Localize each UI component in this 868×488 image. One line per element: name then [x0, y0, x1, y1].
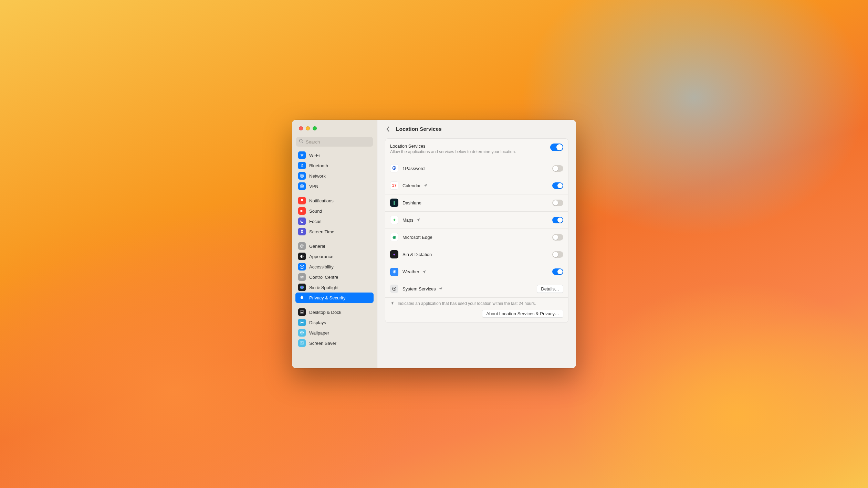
location-services-card: Location Services Allow the applications…	[385, 138, 568, 323]
svg-point-22	[302, 331, 303, 332]
sidebar: Wi-FiBluetoothNetworkVPNNotificationsSou…	[292, 120, 377, 368]
app-row-maps: ⌖Maps	[385, 212, 568, 229]
svg-point-28	[301, 333, 302, 335]
calendar-icon: 17	[390, 181, 398, 190]
sidebar-label: Bluetooth	[309, 163, 328, 168]
svg-line-17	[301, 321, 301, 321]
speaker-icon	[298, 207, 306, 215]
svg-point-26	[301, 331, 302, 332]
dashlane-toggle[interactable]	[552, 200, 563, 206]
close-button[interactable]	[299, 126, 303, 130]
svg-point-4	[302, 265, 302, 266]
sidebar-item-vpn[interactable]: VPN	[295, 181, 374, 191]
system-services-icon	[390, 285, 398, 293]
sidebar-label: Accessibility	[309, 264, 334, 269]
search-field[interactable]	[296, 137, 373, 147]
microsoft-edge-toggle[interactable]	[552, 234, 563, 241]
location-services-toggle[interactable]	[550, 144, 563, 151]
sidebar-item-accessibility[interactable]: Accessibility	[295, 262, 374, 272]
system-settings-window: Wi-FiBluetoothNetworkVPNNotificationsSou…	[292, 120, 576, 368]
screensaver-icon	[298, 339, 306, 347]
sidebar-label: Focus	[309, 219, 321, 224]
svg-point-24	[300, 332, 301, 333]
location-arrow-icon	[390, 301, 394, 306]
sidebar-item-desktop-dock[interactable]: Desktop & Dock	[295, 307, 374, 317]
app-name-label: Calendar	[402, 183, 421, 188]
accessibility-icon	[298, 263, 306, 270]
master-toggle-description: Allow the applications and services belo…	[390, 149, 546, 155]
window-controls	[292, 120, 377, 137]
location-arrow-icon	[439, 287, 443, 291]
sidebar-item-wallpaper[interactable]: Wallpaper	[295, 328, 374, 338]
sidebar-label: Wi-Fi	[309, 153, 320, 158]
sun-icon	[298, 319, 306, 326]
app-row-1password: ⦿1Password	[385, 160, 568, 177]
legend-text: Indicates an application that has used y…	[398, 301, 536, 306]
sidebar-label: Sound	[309, 209, 322, 214]
search-input[interactable]	[306, 139, 370, 145]
svg-point-7	[301, 276, 302, 277]
gear-icon	[298, 242, 306, 250]
1password-toggle[interactable]	[552, 165, 563, 172]
card-footer: Indicates an application that has used y…	[385, 298, 568, 322]
sidebar-item-displays[interactable]: Displays	[295, 317, 374, 328]
flower-icon	[298, 329, 306, 337]
app-name-label: Dashlane	[402, 200, 421, 205]
back-button[interactable]	[385, 126, 391, 132]
minimize-button[interactable]	[306, 126, 310, 130]
sidebar-label: Appearance	[309, 254, 333, 259]
app-row-weather: ☀Weather	[385, 263, 568, 280]
svg-line-20	[301, 323, 301, 324]
details-button[interactable]: Details…	[537, 285, 563, 293]
calendar-toggle[interactable]	[552, 182, 563, 189]
location-arrow-icon	[422, 270, 426, 274]
bell-icon	[298, 197, 306, 204]
weather-toggle[interactable]	[552, 268, 563, 275]
globe-icon	[298, 172, 306, 180]
svg-point-29	[303, 333, 304, 335]
sidebar-item-screen-saver[interactable]: Screen Saver	[295, 338, 374, 348]
sidebar-item-screen-time[interactable]: Screen Time	[295, 226, 374, 237]
sidebar-item-network[interactable]: Network	[295, 171, 374, 181]
search-icon	[299, 139, 304, 145]
sidebar-item-siri-spotlight[interactable]: Siri & Spotlight	[295, 282, 374, 293]
content-pane: Location Services Location Services Allo…	[377, 120, 576, 368]
switches-icon	[298, 273, 306, 281]
sidebar-list[interactable]: Wi-FiBluetoothNetworkVPNNotificationsSou…	[292, 150, 377, 368]
legend-row: Indicates an application that has used y…	[390, 301, 563, 306]
app-row-dashlane: ∥Dashlane	[385, 194, 568, 212]
about-button[interactable]: About Location Services & Privacy…	[482, 310, 563, 318]
sidebar-item-privacy-security[interactable]: Privacy & Security	[295, 293, 374, 303]
svg-rect-11	[301, 312, 303, 313]
svg-point-12	[301, 322, 303, 323]
sidebar-item-wi-fi[interactable]: Wi-Fi	[295, 150, 374, 160]
hourglass-icon	[298, 228, 306, 235]
app-name-label: Microsoft Edge	[402, 235, 432, 240]
sidebar-item-appearance[interactable]: Appearance	[295, 251, 374, 262]
master-toggle-label: Location Services	[390, 144, 546, 149]
sidebar-label: Screen Time	[309, 229, 334, 234]
sidebar-item-general[interactable]: General	[295, 241, 374, 251]
siri-dictation-toggle[interactable]	[552, 251, 563, 258]
svg-line-18	[303, 323, 303, 324]
app-name-label: Maps	[402, 218, 414, 223]
svg-point-8	[302, 277, 303, 278]
maps-toggle[interactable]	[552, 217, 563, 223]
maximize-button[interactable]	[313, 126, 317, 130]
sidebar-label: Wallpaper	[309, 330, 329, 336]
svg-line-19	[303, 321, 303, 321]
sidebar-item-notifications[interactable]: Notifications	[295, 195, 374, 206]
sidebar-label: VPN	[309, 184, 318, 189]
maps-icon: ⌖	[390, 216, 398, 224]
sidebar-item-focus[interactable]: Focus	[295, 216, 374, 226]
sidebar-item-sound[interactable]: Sound	[295, 206, 374, 216]
sidebar-item-bluetooth[interactable]: Bluetooth	[295, 160, 374, 171]
location-arrow-icon	[423, 183, 428, 188]
app-row-microsoft-edge: ◉Microsoft Edge	[385, 229, 568, 246]
sidebar-label: Notifications	[309, 198, 334, 203]
sidebar-label: Displays	[309, 320, 326, 325]
sidebar-item-control-centre[interactable]: Control Centre	[295, 272, 374, 282]
sidebar-label: Control Centre	[309, 275, 338, 280]
app-row-calendar: 17Calendar	[385, 177, 568, 194]
siri-icon	[298, 284, 306, 291]
